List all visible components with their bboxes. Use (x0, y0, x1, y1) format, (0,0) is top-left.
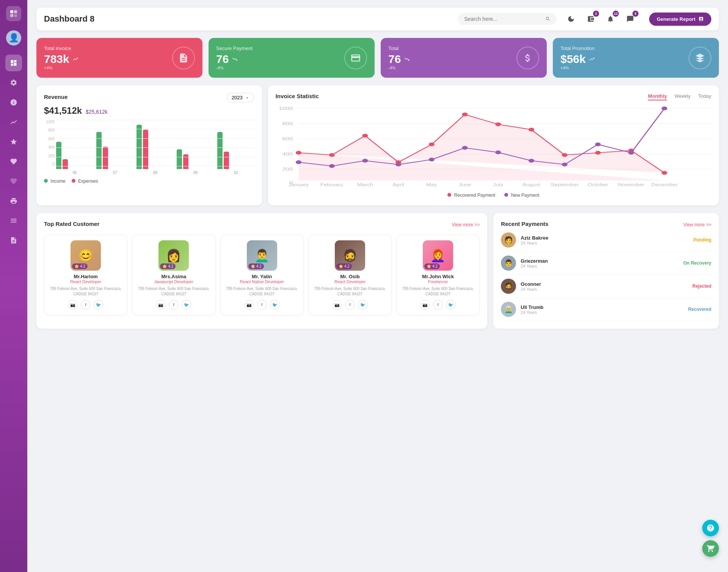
tab-weekly[interactable]: Weekly (675, 93, 690, 100)
stat-label-invoice: Total invoice (44, 45, 78, 51)
bar-group-07 (96, 132, 133, 169)
customer-avatar-2: 👨‍🦱 ⭐ 4.2 (247, 240, 277, 271)
sidebar-item-analytics[interactable] (5, 114, 22, 130)
stat-value-invoice: 783k (44, 53, 69, 66)
bar-expense-06 (63, 159, 68, 169)
svg-point-19 (428, 143, 434, 146)
customer-address-1: 795 Folsom Ave, Suite 600 San Francisco,… (136, 286, 211, 297)
sidebar-item-settings[interactable] (5, 74, 22, 91)
sidebar-item-saved[interactable] (5, 173, 22, 190)
customers-title: Top Rated Customer (44, 221, 99, 227)
svg-text:August: August (522, 183, 541, 187)
stat-change-invoice: +4% (44, 66, 78, 70)
facebook-1[interactable]: f (169, 300, 179, 310)
bar-income-08 (136, 125, 142, 169)
payment-status-1: On Recovery (683, 260, 711, 266)
float-support-btn[interactable] (702, 520, 719, 536)
svg-text:December: December (651, 183, 678, 187)
customer-address-4: 795 Folsom Ave, Suite 600 San Francisco,… (400, 286, 475, 297)
svg-point-16 (329, 153, 334, 157)
payment-item-3: 👨‍🦳 Uli Trumb 24 Years Recovered (501, 298, 711, 321)
svg-point-38 (661, 107, 667, 110)
sidebar-item-favorites[interactable] (5, 133, 22, 150)
search-input[interactable] (464, 16, 542, 22)
payment-name-0: Aziz Bakree (521, 235, 548, 241)
twitter-1[interactable]: 🐦 (182, 300, 191, 310)
instagram-1[interactable]: 📷 (156, 300, 166, 310)
payment-name-1: Griezerman (521, 258, 548, 264)
customers-view-more[interactable]: View more >> (452, 222, 480, 227)
float-buttons (702, 520, 719, 557)
header-icons: 2 12 5 Generate Report (564, 12, 711, 26)
twitter-3[interactable]: 🐦 (358, 300, 368, 310)
revenue-title: Revenue (44, 94, 68, 100)
generate-report-button[interactable]: Generate Report (649, 13, 711, 26)
tab-today[interactable]: Today (698, 93, 711, 100)
payments-card: Recent Payments View more >> 🧑 Aziz Bakr… (493, 213, 719, 329)
tab-group: Monthly Weekly Today (648, 93, 711, 100)
payment-status-2: Rejected (692, 284, 711, 289)
twitter-4[interactable]: 🐦 (446, 300, 456, 310)
rating-badge-3: ⭐ 4.2 (336, 263, 352, 269)
sidebar-logo[interactable] (6, 6, 21, 21)
bell-icon-btn[interactable]: 12 (604, 12, 617, 26)
svg-text:February: February (320, 183, 344, 187)
social-icons-4: 📷 f 🐦 (400, 300, 475, 310)
customer-avatar-3: 🧔 ⭐ 4.2 (335, 240, 365, 271)
bar-x-09: 09 (177, 171, 214, 175)
payments-view-more[interactable]: View more >> (683, 222, 711, 227)
svg-point-27 (296, 160, 301, 164)
instagram-0[interactable]: 📷 (68, 300, 78, 310)
facebook-4[interactable]: f (433, 300, 443, 310)
user-avatar[interactable]: 👤 (6, 30, 21, 45)
stat-change-total: -4% (388, 66, 410, 70)
sidebar-item-menu[interactable] (5, 212, 22, 229)
instagram-2[interactable]: 📷 (244, 300, 254, 310)
svg-point-23 (562, 153, 567, 157)
line-chart-legend: Recovered Payment New Payment (276, 193, 711, 198)
payment-item-0: 🧑 Aziz Bakree 24 Years Pending (501, 229, 711, 252)
sidebar-item-reports[interactable] (5, 232, 22, 249)
twitter-0[interactable]: 🐦 (94, 300, 104, 310)
instagram-4[interactable]: 📷 (420, 300, 430, 310)
theme-toggle[interactable] (564, 12, 578, 26)
bar-income-10 (217, 132, 223, 169)
sidebar-item-likes[interactable] (5, 153, 22, 170)
payment-avatar-0: 🧑 (501, 232, 516, 248)
svg-point-36 (595, 143, 601, 146)
payment-name-3: Uli Trumb (521, 304, 543, 310)
svg-point-33 (495, 150, 501, 154)
svg-point-30 (395, 163, 401, 166)
payment-avatar-3: 👨‍🦳 (501, 302, 516, 317)
payments-header: Recent Payments View more >> (501, 221, 711, 229)
revenue-amount: $41,512k (44, 105, 82, 116)
svg-text:800: 800 (282, 121, 293, 126)
svg-rect-0 (10, 10, 13, 13)
rating-badge-4: ⭐ 4.2 (424, 263, 440, 269)
customer-role-3: React Developer (312, 279, 388, 284)
sidebar-item-dashboard[interactable] (5, 55, 22, 71)
svg-point-37 (628, 151, 634, 155)
tab-monthly[interactable]: Monthly (648, 93, 667, 100)
facebook-2[interactable]: f (257, 300, 267, 310)
payment-avatar-1: 👨 (501, 255, 516, 271)
svg-text:600: 600 (282, 136, 293, 141)
customer-card-1: 👩 ⭐ 4.2 Mrs.Asima Javascript Developer 7… (132, 235, 215, 315)
sidebar-item-info[interactable] (5, 94, 22, 111)
facebook-3[interactable]: f (345, 300, 355, 310)
svg-text:200: 200 (282, 167, 293, 171)
svg-point-26 (661, 171, 667, 175)
twitter-2[interactable]: 🐦 (270, 300, 280, 310)
sidebar-item-print[interactable] (5, 193, 22, 209)
instagram-3[interactable]: 📷 (332, 300, 342, 310)
payments-title: Recent Payments (501, 221, 548, 227)
chat-icon-btn[interactable]: 5 (623, 12, 637, 26)
float-cart-btn[interactable] (702, 540, 719, 557)
svg-point-28 (329, 164, 334, 168)
wallet-icon-btn[interactable]: 2 (584, 12, 598, 26)
bar-group-10 (217, 132, 254, 169)
invoice-line-chart: 1000 800 600 400 200 0 (276, 105, 711, 188)
bar-expense-09 (183, 154, 188, 169)
facebook-0[interactable]: f (81, 300, 91, 310)
year-selector[interactable]: 2023 (227, 93, 254, 102)
